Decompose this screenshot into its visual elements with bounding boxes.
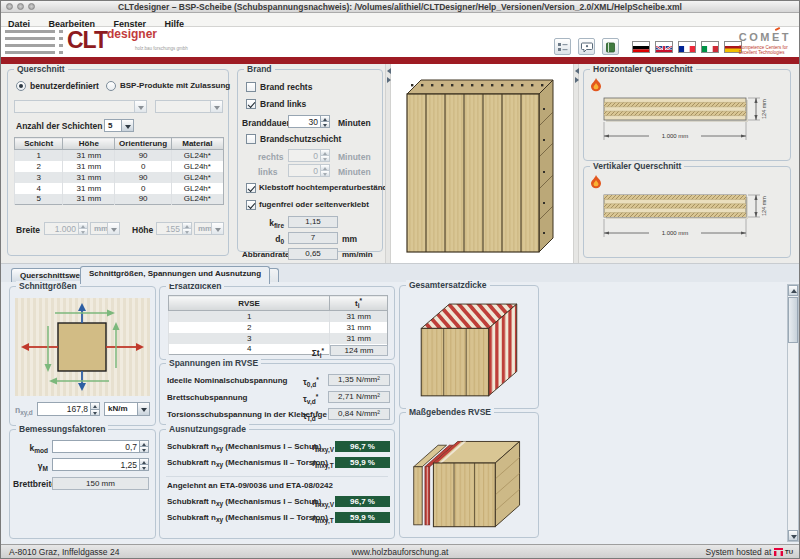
schnittgroessen-diagram xyxy=(15,298,150,396)
eta-v-label: Schubkraft nxy (Mechanismus I – Schub) xyxy=(167,442,321,452)
massgebendes-rvse-group: Maßgebendes RVSE xyxy=(399,412,539,538)
toolbar-handbook-button[interactable] xyxy=(602,38,619,55)
vertical-section-title: Vertikaler Querschnitt xyxy=(590,161,684,171)
window-title: CLTdesigner – BSP-Scheibe (Schubspannung… xyxy=(1,1,799,13)
table-row: 131 mm xyxy=(169,311,388,322)
banner: CLTdesigner holz.bau forschungs gmbh xyxy=(1,27,799,57)
eta-badge-torsion-eta: 59,9 % xyxy=(335,512,390,523)
massgebendes-rvse-title: Maßgebendes RVSE xyxy=(406,407,494,417)
table-row: 431 mm0GL24h* xyxy=(15,183,224,194)
tau-0d-label: Ideelle Nominalschubspannung xyxy=(167,376,287,385)
radio-benutzerdefiniert-label: benutzerdefiniert xyxy=(30,81,99,91)
gesamtersatzdicke-group: Gesamtersatzdicke xyxy=(399,285,539,409)
brand-color-bar xyxy=(1,57,799,64)
gamma-m-spinner[interactable]: 1,25 xyxy=(52,458,149,471)
tau-0d-symbol: τ0,d* xyxy=(303,376,319,388)
spannungen-title: Spannungen im RVSE xyxy=(166,358,261,368)
window-close-button[interactable] xyxy=(6,3,13,10)
radio-benutzerdefiniert[interactable] xyxy=(16,81,26,91)
toolbar-report-button[interactable] xyxy=(554,38,571,55)
radio-bsp-produkte[interactable] xyxy=(106,81,116,91)
nxyd-label: nxy,d xyxy=(15,405,33,416)
svg-text:1.000 mm: 1.000 mm xyxy=(662,230,689,236)
eta-t-symbol-eta: ηnxy,T xyxy=(312,513,334,524)
splitter-right[interactable] xyxy=(573,64,579,263)
horizontal-section-title: Horizontaler Querschnitt xyxy=(590,64,696,74)
radio-bsp-produkte-label: BSP-Produkte mit Zulassung xyxy=(120,81,230,90)
brand-links-label: Brand links xyxy=(260,99,306,109)
flag-english[interactable] xyxy=(655,41,673,53)
branddauer-spinner[interactable]: 30 xyxy=(288,115,330,128)
checkbox-brandschutzschicht[interactable] xyxy=(246,134,256,144)
tau-vd-label: Brettschubspannung xyxy=(167,393,247,402)
layers-table: Schicht Höhe Orientierung Material 131 m… xyxy=(14,137,224,205)
hoehe-spinner: 155 xyxy=(156,222,192,235)
sum-ti-field: 124 mm xyxy=(330,345,388,356)
scrollbar-down-button[interactable] xyxy=(788,530,798,541)
uk-flag-icon xyxy=(656,46,672,53)
brandschutz-rechts-label: rechts xyxy=(258,152,284,162)
vertical-section-image: 124 mm 1.000 mm xyxy=(592,191,786,253)
vertical-scrollbar[interactable] xyxy=(787,284,799,542)
input-section: Querschnitt benutzerdefiniert BSP-Produk… xyxy=(1,64,799,263)
window-zoom-button[interactable] xyxy=(28,3,35,10)
d0-unit-label: mm xyxy=(342,234,357,244)
kmod-spinner[interactable]: 0,7 xyxy=(52,440,149,453)
breite-unit-select: mm xyxy=(90,222,120,235)
svg-text:124 mm: 124 mm xyxy=(761,196,767,216)
ausnutzungsgrade-title: Ausnutzungsgrade xyxy=(166,424,249,434)
tau-vd-field: 2,71 N/mm² xyxy=(328,391,390,403)
layers-col-schicht: Schicht xyxy=(15,138,63,150)
flag-french[interactable] xyxy=(678,41,696,53)
nxyd-spinner[interactable]: 167,8 xyxy=(37,402,100,416)
flag-italian[interactable] xyxy=(701,41,719,53)
branddauer-unit-label: Minuten xyxy=(338,118,371,128)
abbrandrate-unit-label: mm/min xyxy=(342,250,373,259)
statusbar: A-8010 Graz, Inffeldgasse 24 www.holzbau… xyxy=(1,544,799,558)
kfire-field: 1,15 xyxy=(288,216,338,228)
nxyd-unit-select[interactable]: kN/m xyxy=(104,402,150,416)
ti-col-header: ti* xyxy=(330,296,388,311)
schnittgroessen-group: Schnittgrößen xyxy=(9,286,156,426)
statusbar-website-link[interactable]: www.holzbauforschung.at xyxy=(1,547,799,557)
tau-vd-symbol: τv,d* xyxy=(303,393,318,405)
svg-text:1.000 mm: 1.000 mm xyxy=(662,133,689,139)
flame-icon xyxy=(589,78,603,92)
french-flag-icon xyxy=(679,46,695,53)
eta-badge-schub: 96,7 % xyxy=(335,441,390,452)
table-row: 131 mm90GL24h* xyxy=(15,150,224,161)
eta-v-label-eta: Schubkraft nxy (Mechanismus I – Schub) xyxy=(167,497,321,507)
select-bsp-product xyxy=(14,100,147,113)
select-layer-count[interactable]: 5 xyxy=(104,119,134,132)
table-row: 231 mm xyxy=(169,322,388,333)
branddauer-label: Branddauer xyxy=(242,118,290,128)
scrollbar-thumb[interactable] xyxy=(788,297,798,343)
checkbox-fugenfrei[interactable] xyxy=(246,200,256,210)
window-minimize-button[interactable] xyxy=(17,3,24,10)
menubar: Datei Bearbeiten Fenster Hilfe xyxy=(1,13,799,27)
panel-3d-view xyxy=(391,64,573,263)
checkbox-brand-links[interactable] xyxy=(246,99,256,109)
brandschutz-links-spinner: 0 xyxy=(288,164,330,177)
scrollbar-up-button[interactable] xyxy=(788,285,798,296)
checkbox-brand-rechts[interactable] xyxy=(246,82,256,92)
results-section: Schnittgrößen xyxy=(1,282,799,546)
layers-col-orientierung: Orientierung xyxy=(115,138,171,150)
d0-label: d0 xyxy=(242,234,284,245)
tu-graz-logo xyxy=(774,548,783,556)
hoehe-label: Höhe xyxy=(132,225,153,235)
app-window: CLTdesigner – BSP-Scheibe (Schubspannung… xyxy=(0,0,800,559)
select-bsp-variant xyxy=(155,100,223,113)
breite-label: Breite xyxy=(16,225,40,235)
flame-icon xyxy=(589,175,603,189)
brand-group: Brand Brand rechts Brand links Branddaue… xyxy=(237,69,383,252)
checkbox-klebstoff[interactable] xyxy=(246,183,256,193)
flag-german[interactable] xyxy=(632,41,650,53)
layers-col-material: Material xyxy=(171,138,223,150)
toolbar-feedback-button[interactable] xyxy=(578,38,595,55)
ausnutzungsgrade-group: Ausnutzungsgrade Schubkraft nxy (Mechani… xyxy=(159,429,395,539)
abbrandrate-label: Abbrandrate xyxy=(242,250,290,259)
brettbreite-label: Brettbreite xyxy=(13,479,56,489)
tab-schnittgroessen[interactable]: Schnittgrößen, Spannungen und Ausnutzung xyxy=(80,266,270,284)
ersatzdicken-group: Ersatzdicken RVSE ti* 131 mm 231 mm 331 … xyxy=(159,286,395,360)
